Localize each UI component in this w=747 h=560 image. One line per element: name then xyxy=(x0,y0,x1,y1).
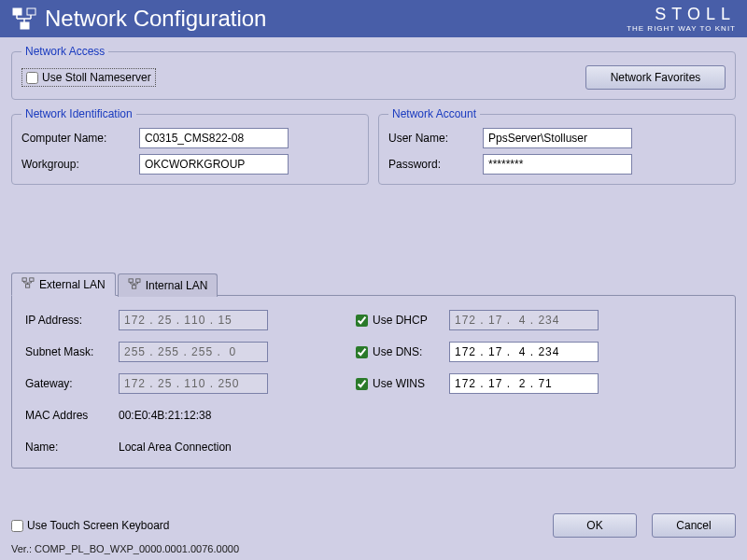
subnet-mask-input xyxy=(119,342,268,362)
network-account-group: Network Account User Name: Password: xyxy=(378,107,736,185)
use-nameserver-input[interactable] xyxy=(26,72,38,84)
svg-rect-7 xyxy=(22,278,26,281)
tab-external-lan[interactable]: External LAN xyxy=(11,273,116,296)
use-dhcp-checkbox[interactable]: Use DHCP xyxy=(356,314,449,327)
cancel-button[interactable]: Cancel xyxy=(652,513,736,538)
network-identification-group: Network Identification Computer Name: Wo… xyxy=(11,107,369,185)
network-identification-legend: Network Identification xyxy=(21,107,136,120)
user-name-input[interactable] xyxy=(483,128,632,148)
gateway-label: Gateway: xyxy=(25,377,119,390)
password-input[interactable] xyxy=(483,154,632,175)
use-dns-label: Use DNS: xyxy=(373,345,422,358)
network-favorites-button[interactable]: Network Favorites xyxy=(585,65,726,90)
svg-rect-12 xyxy=(132,286,135,288)
network-access-legend: Network Access xyxy=(21,45,108,58)
use-wins-input[interactable] xyxy=(356,378,368,390)
version-label: Ver.: COMP_PL_BO_WXP_0000.0001.0076.0000 xyxy=(11,543,736,554)
use-dns-input[interactable] xyxy=(356,346,368,358)
dhcp-server-input xyxy=(449,310,599,330)
mac-address-value: 00:E0:4B:21:12:38 xyxy=(119,409,211,422)
svg-rect-8 xyxy=(30,278,34,281)
network-access-group: Network Access Use Stoll Nameserver Netw… xyxy=(11,45,736,100)
network-account-legend: Network Account xyxy=(388,107,480,120)
connection-name-label: Name: xyxy=(25,441,119,454)
use-wins-label: Use WINS xyxy=(373,377,425,390)
computer-name-label: Computer Name: xyxy=(21,132,134,145)
tab-panel-external: IP Address: Subnet Mask: Gateway: MAC Ad… xyxy=(11,295,736,469)
tab-internal-label: Internal LAN xyxy=(146,279,208,292)
workgroup-input[interactable] xyxy=(139,154,289,175)
ip-address-label: IP Address: xyxy=(25,314,119,327)
ok-button[interactable]: OK xyxy=(553,513,637,538)
password-label: Password: xyxy=(388,158,477,171)
brand-logo: STOLL xyxy=(627,5,736,24)
page-title: Network Configuration xyxy=(45,6,266,32)
use-wins-checkbox[interactable]: Use WINS xyxy=(356,377,449,390)
workgroup-label: Workgroup: xyxy=(21,158,134,171)
svg-rect-1 xyxy=(27,8,35,15)
touch-keyboard-label: Use Touch Screen Keyboard xyxy=(27,519,170,532)
user-name-label: User Name: xyxy=(388,132,477,145)
dns-server-input[interactable] xyxy=(449,342,599,362)
brand-tagline: THE RIGHT WAY TO KNIT xyxy=(627,24,736,33)
tab-external-label: External LAN xyxy=(39,278,106,291)
subnet-mask-label: Subnet Mask: xyxy=(25,345,119,358)
mac-address-label: MAC Addres xyxy=(25,409,119,422)
svg-rect-0 xyxy=(13,8,21,15)
lan-icon xyxy=(128,278,141,292)
title-bar: Network Configuration STOLL THE RIGHT WA… xyxy=(0,0,747,37)
use-dns-checkbox[interactable]: Use DNS: xyxy=(356,345,449,358)
touch-keyboard-input[interactable] xyxy=(11,520,23,532)
tab-internal-lan[interactable]: Internal LAN xyxy=(118,273,218,297)
use-nameserver-label: Use Stoll Nameserver xyxy=(42,71,151,84)
ip-address-input xyxy=(119,310,268,330)
network-icon xyxy=(11,6,37,32)
use-dhcp-label: Use DHCP xyxy=(373,314,428,327)
touch-keyboard-checkbox[interactable]: Use Touch Screen Keyboard xyxy=(11,517,170,534)
svg-rect-10 xyxy=(129,279,133,282)
computer-name-input[interactable] xyxy=(139,128,289,148)
bottom-bar: Use Touch Screen Keyboard OK Cancel Ver.… xyxy=(0,508,747,560)
use-dhcp-input[interactable] xyxy=(356,315,368,327)
wins-server-input[interactable] xyxy=(449,373,599,394)
svg-rect-9 xyxy=(25,285,29,287)
connection-name-value: Local Area Connection xyxy=(119,441,232,454)
gateway-input xyxy=(119,373,268,394)
svg-rect-2 xyxy=(21,22,29,29)
use-nameserver-checkbox[interactable]: Use Stoll Nameserver xyxy=(21,68,156,87)
svg-rect-11 xyxy=(135,279,139,282)
lan-icon xyxy=(21,277,35,291)
lan-tabs: External LAN Internal LAN IP Address: Su… xyxy=(11,272,736,469)
